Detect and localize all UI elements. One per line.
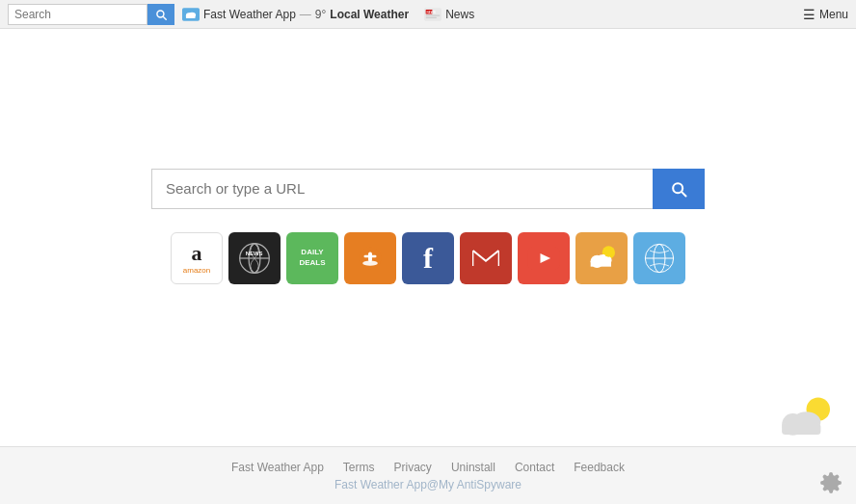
footer-link-terms[interactable]: Terms bbox=[343, 461, 375, 474]
weather-section[interactable]: Fast Weather App — 9° Local Weather bbox=[182, 6, 409, 23]
gear-icon[interactable] bbox=[817, 469, 844, 496]
weather-ql-icon bbox=[584, 241, 619, 276]
footer-link-app[interactable]: Fast Weather App bbox=[231, 461, 324, 474]
center-search-box[interactable] bbox=[151, 169, 705, 209]
quick-link-facebook[interactable]: f bbox=[402, 232, 454, 284]
footer-link-privacy[interactable]: Privacy bbox=[394, 461, 432, 474]
svg-text:NEWS: NEWS bbox=[427, 10, 436, 13]
footer: Fast Weather App Terms Privacy Uninstall… bbox=[0, 446, 856, 504]
quick-link-youtube[interactable] bbox=[518, 232, 570, 284]
svg-rect-18 bbox=[470, 247, 501, 270]
search-icon bbox=[154, 8, 168, 21]
hamburger-icon: ☰ bbox=[803, 7, 816, 22]
search-icon-center bbox=[669, 179, 688, 199]
globe-icon bbox=[642, 241, 677, 276]
quick-link-recipes[interactable] bbox=[344, 232, 396, 284]
weather-location-label: Local Weather bbox=[330, 8, 409, 21]
recipes-icon bbox=[358, 246, 383, 271]
top-search-button[interactable] bbox=[147, 4, 174, 25]
quick-links-bar: a amazon NEWS DAILYDEALS bbox=[171, 232, 685, 284]
footer-links: Fast Weather App Terms Privacy Uninstall… bbox=[231, 461, 625, 474]
svg-rect-35 bbox=[782, 424, 820, 435]
news-label: News bbox=[445, 8, 474, 21]
top-search-input[interactable] bbox=[8, 4, 147, 25]
top-search-box[interactable] bbox=[8, 4, 174, 25]
news-ql-icon: NEWS bbox=[238, 242, 271, 275]
weather-app-label: Fast Weather App bbox=[203, 8, 296, 21]
gmail-icon bbox=[470, 247, 501, 270]
weather-widget-icon bbox=[769, 393, 837, 441]
weather-cloud-icon bbox=[182, 6, 200, 23]
svg-rect-3 bbox=[186, 15, 196, 18]
youtube-icon bbox=[527, 247, 560, 270]
svg-rect-26 bbox=[591, 260, 611, 266]
weather-temp: 9° bbox=[315, 8, 326, 21]
svg-rect-7 bbox=[426, 14, 441, 15]
menu-label: Menu bbox=[819, 8, 848, 21]
quick-link-news[interactable]: NEWS bbox=[228, 232, 281, 284]
news-section[interactable]: NEWS News bbox=[424, 6, 474, 23]
svg-point-27 bbox=[604, 248, 613, 256]
footer-bottom-text: Fast Weather App@My AntiSpyware bbox=[334, 478, 522, 491]
main-area: a amazon NEWS DAILYDEALS bbox=[0, 29, 856, 423]
quick-link-deals[interactable]: DAILYDEALS bbox=[286, 232, 338, 284]
svg-text:NEWS: NEWS bbox=[246, 251, 263, 256]
settings-gear-svg bbox=[819, 471, 843, 494]
quick-link-web[interactable] bbox=[633, 232, 685, 284]
quick-link-weather[interactable] bbox=[575, 232, 628, 284]
weather-separator: — bbox=[300, 8, 311, 21]
svg-rect-17 bbox=[364, 254, 377, 257]
news-icon: NEWS bbox=[424, 6, 441, 23]
footer-link-contact[interactable]: Contact bbox=[515, 461, 554, 474]
center-search-button[interactable] bbox=[653, 169, 705, 209]
menu-button[interactable]: ☰ Menu bbox=[803, 7, 848, 22]
quick-link-gmail[interactable] bbox=[460, 232, 512, 284]
topbar: Fast Weather App — 9° Local Weather NEWS… bbox=[0, 0, 856, 29]
svg-rect-8 bbox=[426, 16, 437, 17]
center-search-input[interactable] bbox=[151, 169, 653, 209]
weather-widget bbox=[769, 393, 837, 441]
quick-link-amazon[interactable]: a amazon bbox=[171, 232, 223, 284]
footer-link-feedback[interactable]: Feedback bbox=[574, 461, 625, 474]
footer-link-uninstall[interactable]: Uninstall bbox=[451, 461, 495, 474]
